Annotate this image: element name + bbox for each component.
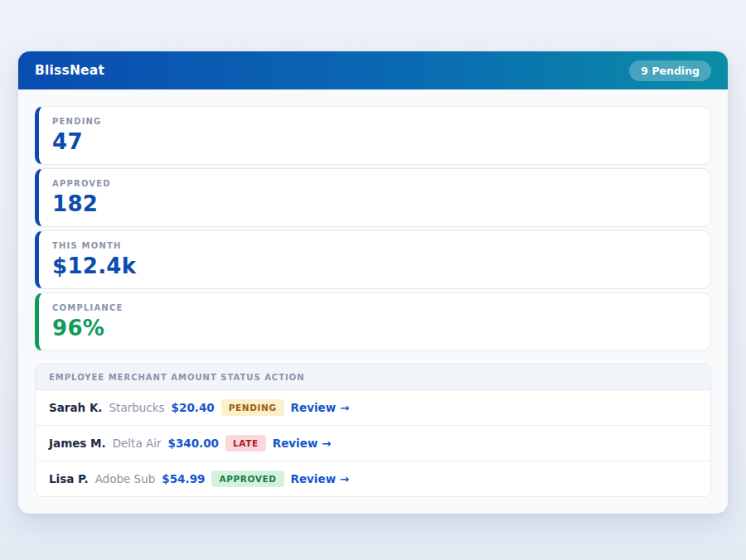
amount-value: $20.40	[172, 401, 215, 414]
employee-name: Sarah K.	[49, 401, 103, 414]
app-title: BlissNeat	[35, 63, 104, 78]
expenses-table: EMPLOYEE MERCHANT AMOUNT STATUS ACTION S…	[35, 364, 711, 497]
pending-count-badge: 9 Pending	[629, 60, 711, 81]
stat-label: THIS MONTH	[52, 241, 697, 250]
app-card: BlissNeat 9 Pending PENDING 47 APPROVED …	[18, 51, 728, 514]
table-row: Lisa P. Adobe Sub $54.99 APPROVED Review…	[36, 461, 710, 496]
column-header: ACTION	[264, 373, 305, 382]
employee-name: James M.	[49, 437, 106, 450]
stat-label: COMPLIANCE	[52, 303, 697, 312]
review-link[interactable]: Review →	[273, 437, 332, 450]
table-body: Sarah K. Starbucks $20.40 PENDING Review…	[36, 390, 710, 496]
column-header: EMPLOYEE	[49, 373, 104, 382]
column-header: STATUS	[220, 373, 260, 382]
stat-value: 47	[52, 129, 697, 154]
stats-section: PENDING 47 APPROVED 182 THIS MONTH $12.4…	[35, 106, 711, 351]
stat-card: THIS MONTH $12.4k	[35, 230, 711, 289]
merchant-name: Starbucks	[109, 401, 165, 414]
status-badge: LATE	[225, 435, 266, 451]
merchant-name: Delta Air	[113, 437, 162, 450]
status-badge: PENDING	[221, 399, 284, 416]
table-row: James M. Delta Air $340.00 LATE Review →	[36, 425, 710, 461]
stat-card: PENDING 47	[35, 106, 711, 165]
review-link[interactable]: Review →	[291, 472, 350, 485]
review-link[interactable]: Review →	[291, 401, 350, 414]
column-header: MERCHANT	[109, 373, 167, 382]
app-header: BlissNeat 9 Pending	[18, 51, 728, 89]
amount-value: $340.00	[168, 437, 220, 450]
status-badge: APPROVED	[211, 471, 283, 487]
merchant-name: Adobe Sub	[95, 472, 156, 485]
stat-value: 182	[52, 191, 697, 216]
stat-label: APPROVED	[52, 179, 697, 188]
stat-card: APPROVED 182	[35, 168, 711, 227]
stat-value: 96%	[52, 316, 697, 340]
column-header: AMOUNT	[171, 373, 217, 382]
stat-value: $12.4k	[52, 253, 697, 278]
content-area: PENDING 47 APPROVED 182 THIS MONTH $12.4…	[18, 89, 728, 514]
amount-value: $54.99	[162, 472, 205, 485]
table-header-row: EMPLOYEE MERCHANT AMOUNT STATUS ACTION	[36, 364, 710, 390]
stat-card: COMPLIANCE 96%	[35, 292, 711, 351]
employee-name: Lisa P.	[49, 472, 89, 485]
stat-label: PENDING	[52, 117, 697, 126]
table-row: Sarah K. Starbucks $20.40 PENDING Review…	[36, 390, 710, 425]
